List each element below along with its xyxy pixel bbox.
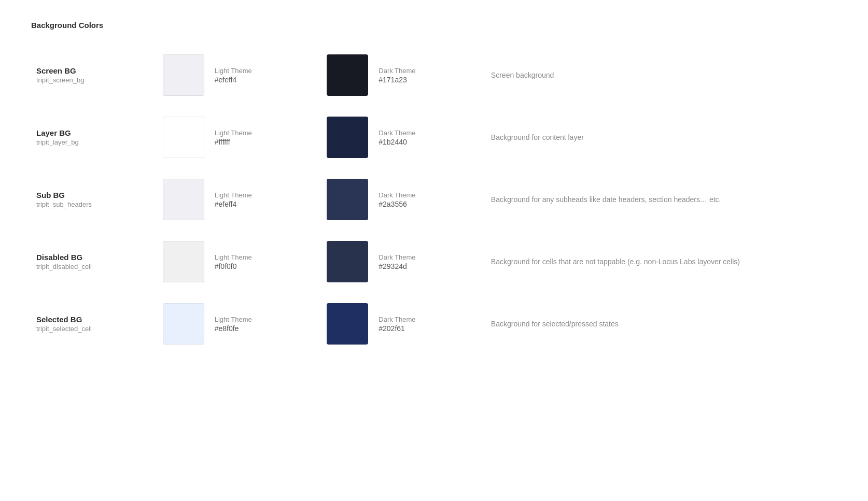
name-cell-selected-bg: Selected BG tripit_selected_cell bbox=[31, 294, 158, 354]
description-cell-selected-bg: Background for selected/pressed states bbox=[486, 294, 837, 354]
color-token-disabled-bg: tripit_disabled_cell bbox=[36, 263, 152, 270]
light-swatch-selected-bg bbox=[163, 303, 204, 345]
name-cell-sub-bg: Sub BG tripit_sub_headers bbox=[31, 169, 158, 230]
color-token-screen-bg: tripit_screen_bg bbox=[36, 76, 152, 84]
dark-theme-label-layer-bg: Dark Theme bbox=[379, 129, 481, 137]
light-theme-cell-disabled-bg: Light Theme #f0f0f0 bbox=[209, 232, 322, 292]
color-token-layer-bg: tripit_layer_bg bbox=[36, 138, 152, 146]
color-table: Screen BG tripit_screen_bg Light Theme #… bbox=[31, 45, 837, 354]
color-name-sub-bg: Sub BG bbox=[36, 191, 152, 199]
description-cell-sub-bg: Background for any subheads like date he… bbox=[486, 169, 837, 230]
dark-theme-label-disabled-bg: Dark Theme bbox=[379, 253, 481, 261]
dark-swatch-cell-sub-bg bbox=[321, 169, 373, 230]
dark-theme-cell-disabled-bg: Dark Theme #29324d bbox=[373, 232, 486, 292]
section-title: Background Colors bbox=[31, 21, 837, 30]
dark-swatch-layer-bg bbox=[327, 117, 368, 158]
light-swatch-layer-bg bbox=[163, 117, 204, 158]
dark-swatch-disabled-bg bbox=[327, 241, 368, 282]
light-theme-label-disabled-bg: Light Theme bbox=[215, 253, 317, 261]
light-theme-label-layer-bg: Light Theme bbox=[215, 129, 317, 137]
light-swatch-cell-sub-bg bbox=[158, 169, 209, 230]
description-cell-layer-bg: Background for content layer bbox=[486, 107, 837, 167]
color-row-disabled-bg: Disabled BG tripit_disabled_cell Light T… bbox=[31, 232, 837, 292]
light-swatch-cell-selected-bg bbox=[158, 294, 209, 354]
color-row-layer-bg: Layer BG tripit_layer_bg Light Theme #ff… bbox=[31, 107, 837, 167]
dark-theme-hex-sub-bg: #2a3556 bbox=[379, 200, 481, 208]
dark-theme-hex-screen-bg: #171a23 bbox=[379, 76, 481, 84]
dark-swatch-cell-layer-bg bbox=[321, 107, 373, 167]
light-theme-hex-screen-bg: #efeff4 bbox=[215, 76, 317, 84]
dark-theme-hex-layer-bg: #1b2440 bbox=[379, 138, 481, 146]
light-theme-label-selected-bg: Light Theme bbox=[215, 316, 317, 323]
dark-theme-cell-layer-bg: Dark Theme #1b2440 bbox=[373, 107, 486, 167]
light-theme-cell-screen-bg: Light Theme #efeff4 bbox=[209, 45, 322, 105]
dark-theme-hex-selected-bg: #202f61 bbox=[379, 324, 481, 333]
color-name-layer-bg: Layer BG bbox=[36, 128, 152, 137]
dark-theme-label-sub-bg: Dark Theme bbox=[379, 191, 481, 199]
light-theme-cell-selected-bg: Light Theme #e8f0fe bbox=[209, 294, 322, 354]
dark-swatch-sub-bg bbox=[327, 179, 368, 220]
light-swatch-cell-screen-bg bbox=[158, 45, 209, 105]
color-token-sub-bg: tripit_sub_headers bbox=[36, 201, 152, 208]
light-swatch-sub-bg bbox=[163, 179, 204, 220]
light-theme-cell-layer-bg: Light Theme #ffffff bbox=[209, 107, 322, 167]
dark-swatch-cell-disabled-bg bbox=[321, 232, 373, 292]
light-theme-hex-sub-bg: #efeff4 bbox=[215, 200, 317, 208]
color-name-selected-bg: Selected BG bbox=[36, 315, 152, 324]
light-swatch-cell-layer-bg bbox=[158, 107, 209, 167]
color-row-selected-bg: Selected BG tripit_selected_cell Light T… bbox=[31, 294, 837, 354]
description-cell-disabled-bg: Background for cells that are not tappab… bbox=[486, 232, 837, 292]
dark-swatch-cell-screen-bg bbox=[321, 45, 373, 105]
dark-theme-cell-sub-bg: Dark Theme #2a3556 bbox=[373, 169, 486, 230]
light-theme-hex-layer-bg: #ffffff bbox=[215, 138, 317, 146]
light-theme-label-sub-bg: Light Theme bbox=[215, 191, 317, 199]
light-swatch-screen-bg bbox=[163, 54, 204, 96]
light-theme-label-screen-bg: Light Theme bbox=[215, 67, 317, 75]
light-theme-cell-sub-bg: Light Theme #efeff4 bbox=[209, 169, 322, 230]
light-swatch-cell-disabled-bg bbox=[158, 232, 209, 292]
name-cell-screen-bg: Screen BG tripit_screen_bg bbox=[31, 45, 158, 105]
light-theme-hex-disabled-bg: #f0f0f0 bbox=[215, 262, 317, 270]
color-row-sub-bg: Sub BG tripit_sub_headers Light Theme #e… bbox=[31, 169, 837, 230]
dark-theme-cell-selected-bg: Dark Theme #202f61 bbox=[373, 294, 486, 354]
dark-swatch-screen-bg bbox=[327, 54, 368, 96]
dark-theme-label-screen-bg: Dark Theme bbox=[379, 67, 481, 75]
light-theme-hex-selected-bg: #e8f0fe bbox=[215, 324, 317, 333]
color-token-selected-bg: tripit_selected_cell bbox=[36, 325, 152, 333]
dark-theme-cell-screen-bg: Dark Theme #171a23 bbox=[373, 45, 486, 105]
color-row-screen-bg: Screen BG tripit_screen_bg Light Theme #… bbox=[31, 45, 837, 105]
name-cell-disabled-bg: Disabled BG tripit_disabled_cell bbox=[31, 232, 158, 292]
color-name-screen-bg: Screen BG bbox=[36, 66, 152, 75]
light-swatch-disabled-bg bbox=[163, 241, 204, 282]
description-cell-screen-bg: Screen background bbox=[486, 45, 837, 105]
color-name-disabled-bg: Disabled BG bbox=[36, 253, 152, 262]
dark-theme-label-selected-bg: Dark Theme bbox=[379, 316, 481, 323]
dark-swatch-cell-selected-bg bbox=[321, 294, 373, 354]
dark-theme-hex-disabled-bg: #29324d bbox=[379, 262, 481, 270]
name-cell-layer-bg: Layer BG tripit_layer_bg bbox=[31, 107, 158, 167]
dark-swatch-selected-bg bbox=[327, 303, 368, 345]
